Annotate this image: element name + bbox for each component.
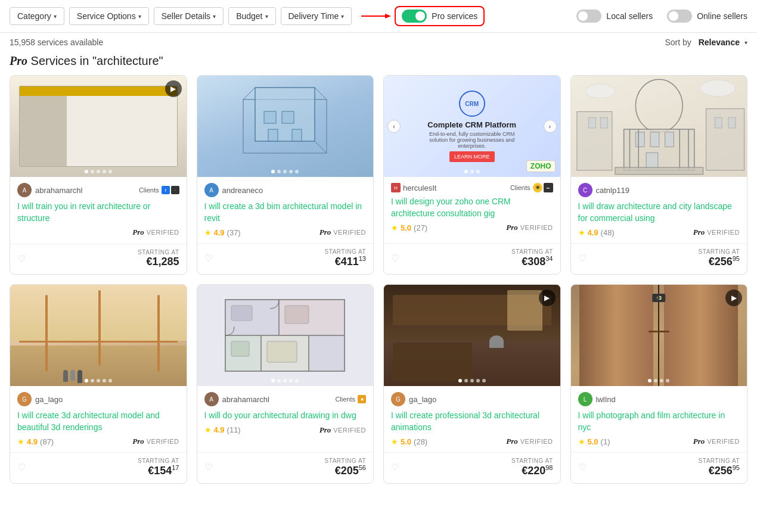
local-sellers-toggle[interactable] bbox=[576, 10, 601, 23]
card-image-2 bbox=[197, 76, 374, 177]
card-title-8[interactable]: I will photograph and film architecture … bbox=[578, 410, 740, 433]
carousel-arrow-left-3[interactable]: ‹ bbox=[387, 120, 401, 133]
rating-pro-row-6: ★ 4.9 (11) Pro VERIFIED bbox=[204, 425, 367, 435]
pro-services-label: Pro services bbox=[432, 11, 477, 21]
price-group-1: STARTING AT €1,285 bbox=[138, 249, 179, 268]
carousel-arrow-right-3[interactable]: › bbox=[544, 120, 557, 133]
seller-name-4: catnlp119 bbox=[596, 186, 629, 195]
card-body-7: G ga_lago I will create professional 3d … bbox=[384, 386, 560, 452]
card-image-5 bbox=[10, 285, 187, 386]
local-sellers-label: Local sellers bbox=[606, 11, 653, 21]
favorite-button-7[interactable]: ♡ bbox=[391, 462, 399, 473]
building-sketch-svg bbox=[219, 82, 350, 171]
card-title-4[interactable]: I will draw architecture and city landsc… bbox=[578, 201, 740, 224]
seller-name-7: ga_lago bbox=[409, 395, 436, 404]
play-button-7[interactable]: ▶ bbox=[539, 290, 556, 306]
seller-row-3: H herculesIt Clients ☀ ▪▪ bbox=[391, 183, 553, 192]
svg-line-4 bbox=[243, 88, 255, 99]
chevron-down-icon: ▾ bbox=[213, 13, 216, 20]
svg-line-6 bbox=[315, 141, 327, 153]
favorite-button-1[interactable]: ♡ bbox=[17, 253, 26, 265]
avatar-8: L bbox=[578, 392, 592, 406]
favorite-button-4[interactable]: ♡ bbox=[578, 253, 587, 264]
rating-pro-row-4: ★ 4.9 (48) Pro VERIFIED bbox=[578, 228, 740, 237]
city-sketch-svg bbox=[571, 76, 747, 177]
card-title-5[interactable]: I will create 3d architectural model and… bbox=[17, 410, 179, 433]
svg-point-28 bbox=[585, 84, 615, 98]
results-bar: 15,958 services available Sort by Releva… bbox=[0, 33, 757, 52]
price-group-6: STARTING AT €20556 bbox=[325, 458, 366, 477]
seller-details-filter[interactable]: Seller Details ▾ bbox=[154, 7, 224, 25]
card-title-1[interactable]: I will train you in revit architecture o… bbox=[17, 201, 179, 224]
rating-row-8: ★ 5.0 (1) bbox=[578, 437, 610, 446]
favorite-button-3[interactable]: ♡ bbox=[391, 253, 399, 264]
carousel-dots-8 bbox=[648, 379, 669, 382]
avatar-2: A bbox=[204, 183, 219, 197]
chevron-down-icon: ▾ bbox=[341, 13, 344, 20]
card-title-3[interactable]: I will design your zoho one CRM architec… bbox=[391, 196, 553, 219]
rating-pro-row-8: ★ 5.0 (1) Pro VERIFIED bbox=[578, 437, 740, 446]
seller-row-6: A abrahamarchl Clients ★ bbox=[204, 392, 367, 406]
seller-name-8: lwlInd bbox=[596, 395, 616, 404]
carousel-dots-2 bbox=[271, 170, 299, 173]
seller-row-8: L lwlInd bbox=[578, 392, 740, 406]
rating-row-5: ★ 4.9 (87) bbox=[17, 437, 54, 446]
card-image-6 bbox=[197, 285, 374, 386]
svg-rect-39 bbox=[267, 341, 297, 362]
card-2: A andreaneco I will create a 3d bim arch… bbox=[197, 75, 374, 275]
card-body-6: A abrahamarchl Clients ★ I will do your … bbox=[197, 386, 374, 452]
card-3: ‹ CRM Complete CRM Platform End-to-end, … bbox=[383, 75, 561, 275]
card-footer-1: ♡ STARTING AT €1,285 bbox=[10, 244, 187, 274]
herculesit-logo: H herculesIt bbox=[391, 183, 436, 192]
category-filter[interactable]: Category ▾ bbox=[10, 7, 64, 25]
pro-services-toggle-group: Pro services bbox=[395, 6, 485, 26]
rating-pro-row-7: ★ 5.0 (28) Pro VERIFIED bbox=[391, 437, 553, 446]
online-sellers-toggle[interactable] bbox=[667, 10, 692, 23]
service-options-filter[interactable]: Service Options ▾ bbox=[69, 7, 149, 25]
card-title-7[interactable]: I will create professional 3d architectu… bbox=[391, 410, 553, 433]
seller-row-2: A andreaneco bbox=[204, 183, 367, 197]
card-1: ▶ A abrahamarchl Clients f · bbox=[10, 75, 187, 275]
card-6: A abrahamarchl Clients ★ I will do your … bbox=[197, 284, 374, 484]
favorite-button-8[interactable]: ♡ bbox=[578, 462, 587, 473]
svg-rect-7 bbox=[264, 111, 276, 123]
card-title-6[interactable]: I will do your architectural drawing in … bbox=[204, 410, 367, 422]
avatar-1: A bbox=[17, 183, 32, 197]
svg-rect-14 bbox=[650, 132, 659, 147]
budget-filter[interactable]: Budget ▾ bbox=[228, 7, 275, 25]
card-7: ▶ G ga_lago I will create professional 3… bbox=[383, 284, 561, 484]
card-title-2[interactable]: I will create a 3d bim architectural mod… bbox=[204, 201, 367, 224]
play-button-8[interactable]: ▶ bbox=[725, 290, 742, 306]
right-toggles: Local sellers Online sellers bbox=[572, 10, 747, 23]
card-footer-2: ♡ STARTING AT €41113 bbox=[197, 243, 374, 274]
card-image-4 bbox=[571, 76, 747, 177]
crm-learn-more-button[interactable]: LEARN MORE bbox=[449, 151, 495, 162]
clients-badge-3: Clients ☀ ▪▪ bbox=[510, 183, 553, 192]
carousel-dots-6 bbox=[271, 379, 299, 382]
seller-name-5: ga_lago bbox=[35, 395, 63, 404]
card-body-2: A andreaneco I will create a 3d bim arch… bbox=[197, 177, 374, 243]
pro-services-toggle[interactable] bbox=[402, 10, 427, 23]
svg-rect-13 bbox=[635, 132, 644, 147]
avatar-6: A bbox=[204, 392, 219, 406]
card-footer-4: ♡ STARTING AT €25695 bbox=[571, 243, 747, 274]
favorite-button-2[interactable]: ♡ bbox=[204, 253, 213, 264]
carousel-dots-1 bbox=[85, 170, 112, 173]
card-body-3: H herculesIt Clients ☀ ▪▪ I will design … bbox=[384, 177, 560, 243]
favorite-button-6[interactable]: ♡ bbox=[204, 462, 213, 473]
seller-name-2: andreaneco bbox=[222, 186, 263, 195]
page-heading: Pro Services in "architecture" bbox=[0, 52, 757, 75]
delivery-time-filter[interactable]: Delivery Time ▾ bbox=[281, 7, 352, 25]
card-footer-7: ♡ STARTING AT €22098 bbox=[384, 452, 560, 483]
card-image-8: ↑3 ▶ bbox=[571, 285, 747, 386]
online-sellers-group: Online sellers bbox=[667, 10, 747, 23]
svg-marker-1 bbox=[385, 14, 391, 18]
filter-bar: Category ▾ Service Options ▾ Seller Deta… bbox=[0, 0, 757, 33]
zoho-badge: ZOHO bbox=[526, 160, 556, 172]
card-8: ↑3 ▶ L lwlInd I will photograph and film… bbox=[570, 284, 748, 484]
online-sellers-label: Online sellers bbox=[697, 11, 747, 21]
chevron-down-icon: ▾ bbox=[265, 13, 268, 20]
card-image-7: ▶ bbox=[384, 285, 560, 386]
favorite-button-5[interactable]: ♡ bbox=[17, 462, 26, 473]
play-button-1[interactable]: ▶ bbox=[165, 80, 182, 97]
